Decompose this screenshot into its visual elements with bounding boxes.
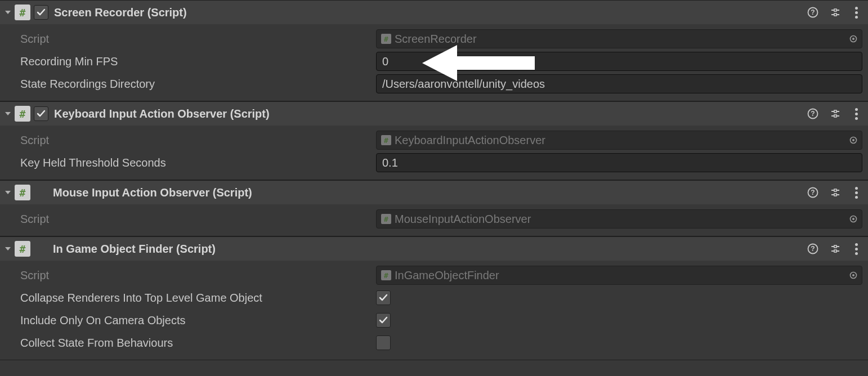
- svg-rect-20: [834, 245, 836, 248]
- help-icon[interactable]: ?: [806, 242, 820, 256]
- help-icon[interactable]: ?: [806, 6, 820, 19]
- object-picker-icon[interactable]: [848, 135, 858, 145]
- component-body: Script KeyboardInputActionObserver Key H…: [0, 126, 868, 180]
- component-in-game-object-finder: In Game Object Finder (Script) ? Script …: [0, 236, 868, 360]
- svg-point-17: [852, 218, 854, 220]
- include-only-camera-checkbox[interactable]: [376, 313, 391, 328]
- script-object-value: MouseInputActionObserver: [395, 213, 531, 226]
- collect-state-checkbox[interactable]: [376, 335, 391, 350]
- field-label-collapse: Collapse Renderers Into Top Level Game O…: [20, 292, 376, 305]
- help-icon[interactable]: ?: [806, 107, 820, 120]
- presets-icon[interactable]: [829, 6, 842, 19]
- script-icon: [381, 270, 391, 280]
- foldout-toggle[interactable]: [2, 189, 14, 196]
- script-object-field: InGameObjectFinder: [376, 266, 862, 285]
- svg-point-11: [852, 139, 854, 141]
- script-icon: [381, 34, 391, 44]
- svg-rect-15: [834, 194, 836, 196]
- svg-rect-2: [834, 9, 836, 11]
- object-picker-icon[interactable]: [848, 214, 858, 224]
- context-menu-icon[interactable]: [851, 242, 861, 256]
- script-object-value: ScreenRecorder: [395, 33, 477, 46]
- field-label-state-dir: State Recordings Directory: [20, 78, 376, 91]
- svg-rect-9: [834, 115, 836, 117]
- foldout-toggle[interactable]: [2, 245, 14, 252]
- script-icon: [15, 185, 30, 200]
- component-screen-recorder: Screen Recorder (Script) ? Script Screen…: [0, 0, 868, 101]
- recording-min-fps-input[interactable]: 0: [376, 52, 862, 71]
- state-dir-input[interactable]: /Users/aaronvontell/unity_videos: [376, 74, 862, 93]
- field-label-recording-min-fps: Recording Min FPS: [20, 55, 376, 68]
- component-mouse-input-action-observer: Mouse Input Action Observer (Script) ? S…: [0, 180, 868, 236]
- svg-text:?: ?: [811, 245, 815, 253]
- foldout-toggle[interactable]: [2, 9, 14, 16]
- field-label-include: Include Only On Camera Objects: [20, 314, 376, 327]
- script-icon: [15, 5, 30, 20]
- script-object-value: InGameObjectFinder: [395, 269, 499, 282]
- foldout-toggle[interactable]: [2, 110, 14, 117]
- svg-rect-3: [834, 14, 836, 16]
- context-menu-icon[interactable]: [851, 186, 861, 199]
- help-icon[interactable]: ?: [806, 186, 820, 199]
- field-label-collect: Collect State From Behaviours: [20, 337, 376, 350]
- component-header[interactable]: Screen Recorder (Script) ?: [0, 1, 868, 24]
- svg-point-5: [852, 38, 854, 40]
- field-label-script: Script: [20, 134, 376, 147]
- script-object-field: MouseInputActionObserver: [376, 209, 862, 229]
- component-body: Script InGameObjectFinder Collapse Rende…: [0, 261, 868, 360]
- context-menu-icon[interactable]: [851, 107, 861, 120]
- object-picker-icon[interactable]: [848, 34, 858, 44]
- svg-rect-8: [834, 110, 836, 113]
- script-icon: [15, 241, 30, 257]
- inspector-panel: Screen Recorder (Script) ? Script Screen…: [0, 0, 868, 360]
- svg-text:?: ?: [811, 110, 815, 118]
- collapse-renderers-checkbox[interactable]: [376, 290, 391, 305]
- field-label-script: Script: [20, 269, 376, 282]
- key-held-threshold-input[interactable]: 0.1: [376, 153, 862, 172]
- svg-text:?: ?: [811, 8, 815, 16]
- component-header[interactable]: Mouse Input Action Observer (Script) ?: [0, 181, 868, 204]
- svg-rect-14: [834, 189, 836, 191]
- component-enable-checkbox[interactable]: [34, 5, 48, 20]
- svg-rect-21: [834, 250, 836, 252]
- component-body: Script MouseInputActionObserver: [0, 204, 868, 236]
- component-header[interactable]: Keyboard Input Action Observer (Script) …: [0, 102, 868, 126]
- field-label-script: Script: [20, 213, 376, 226]
- script-object-field: ScreenRecorder: [376, 29, 862, 48]
- component-title: Keyboard Input Action Observer (Script): [54, 108, 806, 120]
- presets-icon[interactable]: [829, 242, 842, 256]
- svg-point-23: [852, 274, 854, 276]
- component-keyboard-input-action-observer: Keyboard Input Action Observer (Script) …: [0, 101, 868, 180]
- field-label-key-held: Key Held Threshold Seconds: [20, 156, 376, 169]
- object-picker-icon[interactable]: [848, 270, 858, 280]
- component-title: Mouse Input Action Observer (Script): [53, 186, 806, 199]
- component-enable-checkbox[interactable]: [34, 106, 48, 121]
- script-icon: [15, 106, 30, 122]
- component-header[interactable]: In Game Object Finder (Script) ?: [0, 237, 868, 261]
- script-icon: [381, 135, 391, 145]
- script-object-value: KeyboardInputActionObserver: [395, 134, 545, 147]
- component-body: Script ScreenRecorder Recording Min FPS …: [0, 24, 868, 101]
- script-object-field: KeyboardInputActionObserver: [376, 131, 862, 150]
- component-title: In Game Object Finder (Script): [53, 243, 806, 256]
- presets-icon[interactable]: [829, 107, 842, 120]
- component-title: Screen Recorder (Script): [54, 6, 806, 19]
- svg-text:?: ?: [811, 189, 815, 196]
- script-icon: [381, 214, 391, 224]
- context-menu-icon[interactable]: [851, 6, 861, 19]
- field-label-script: Script: [20, 33, 376, 46]
- presets-icon[interactable]: [829, 186, 842, 199]
